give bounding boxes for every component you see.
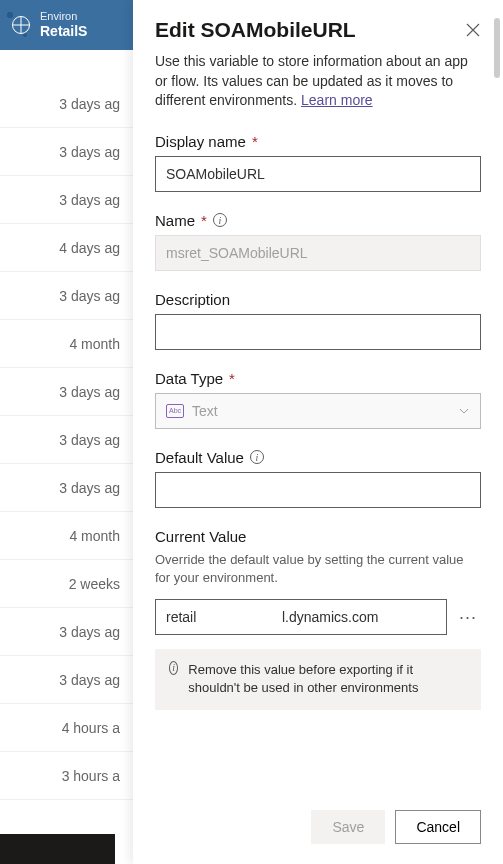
description-input[interactable]	[155, 314, 481, 350]
more-options-icon[interactable]: ···	[455, 607, 481, 628]
description-field: Description	[155, 291, 481, 350]
data-type-field: Data Type * Abc Text	[155, 370, 481, 429]
label-text: Description	[155, 291, 230, 308]
label-text: Current Value	[155, 528, 246, 545]
list-item[interactable]: 3 days ag	[0, 416, 140, 464]
list-item[interactable]: 3 days ag	[0, 368, 140, 416]
info-banner: i Remove this value before exporting if …	[155, 649, 481, 709]
panel-header: Edit SOAMobileURL	[155, 18, 481, 42]
background-list: 3 days ag 3 days ag 3 days ag 4 days ag …	[0, 50, 140, 864]
data-type-dropdown[interactable]: Abc Text	[155, 393, 481, 429]
panel-scrollbar[interactable]	[494, 18, 500, 78]
info-icon: i	[169, 661, 178, 675]
panel-helper-text: Use this variable to store information a…	[155, 52, 481, 111]
name-field: Name * i	[155, 212, 481, 271]
list-item[interactable]: 3 days ag	[0, 464, 140, 512]
info-banner-text: Remove this value before exporting if it…	[188, 661, 467, 697]
list-item[interactable]: 3 days ag	[0, 656, 140, 704]
info-icon[interactable]: i	[250, 450, 264, 464]
default-value-field: Default Value i	[155, 449, 481, 508]
list-item[interactable]: 3 days ag	[0, 608, 140, 656]
current-value-label: Current Value	[155, 528, 481, 545]
list-item[interactable]: 4 month	[0, 512, 140, 560]
label-text: Name	[155, 212, 195, 229]
current-value-input[interactable]	[155, 599, 447, 635]
list-item[interactable]: 3 hours a	[0, 752, 140, 800]
list-item[interactable]: 4 hours a	[0, 704, 140, 752]
data-type-label: Data Type *	[155, 370, 481, 387]
env-label: Environ	[40, 10, 87, 23]
save-button: Save	[311, 810, 385, 844]
env-name: RetailS	[40, 23, 87, 40]
text-type-icon: Abc	[166, 404, 184, 418]
bottom-corner-strip	[0, 834, 115, 864]
env-text: Environ RetailS	[40, 10, 87, 40]
list-item[interactable]: 3 days ag	[0, 128, 140, 176]
display-name-input[interactable]	[155, 156, 481, 192]
default-value-label: Default Value i	[155, 449, 481, 466]
list-item[interactable]: 4 month	[0, 320, 140, 368]
dropdown-value: Text	[192, 403, 218, 419]
required-asterisk: *	[252, 133, 258, 150]
info-icon[interactable]: i	[213, 213, 227, 227]
default-value-input[interactable]	[155, 472, 481, 508]
required-asterisk: *	[229, 370, 235, 387]
panel-footer: Save Cancel	[155, 796, 481, 864]
list-item[interactable]: 3 days ag	[0, 80, 140, 128]
close-icon[interactable]	[465, 22, 481, 38]
description-label: Description	[155, 291, 481, 308]
required-asterisk: *	[201, 212, 207, 229]
label-text: Display name	[155, 133, 246, 150]
edit-panel: Edit SOAMobileURL Use this variable to s…	[133, 0, 503, 864]
display-name-field: Display name *	[155, 133, 481, 192]
globe-icon	[12, 16, 30, 34]
list-item[interactable]: 4 days ag	[0, 224, 140, 272]
current-value-desc: Override the default value by setting th…	[155, 551, 481, 587]
list-item[interactable]: 3 days ag	[0, 176, 140, 224]
list-item[interactable]: 3 days ag	[0, 272, 140, 320]
current-value-field: Current Value Override the default value…	[155, 528, 481, 710]
name-label: Name * i	[155, 212, 481, 229]
label-text: Default Value	[155, 449, 244, 466]
learn-more-link[interactable]: Learn more	[301, 92, 373, 108]
name-input	[155, 235, 481, 271]
panel-title: Edit SOAMobileURL	[155, 18, 356, 42]
cancel-button[interactable]: Cancel	[395, 810, 481, 844]
list-item[interactable]: 2 weeks	[0, 560, 140, 608]
chevron-down-icon	[458, 405, 470, 417]
label-text: Data Type	[155, 370, 223, 387]
display-name-label: Display name *	[155, 133, 481, 150]
